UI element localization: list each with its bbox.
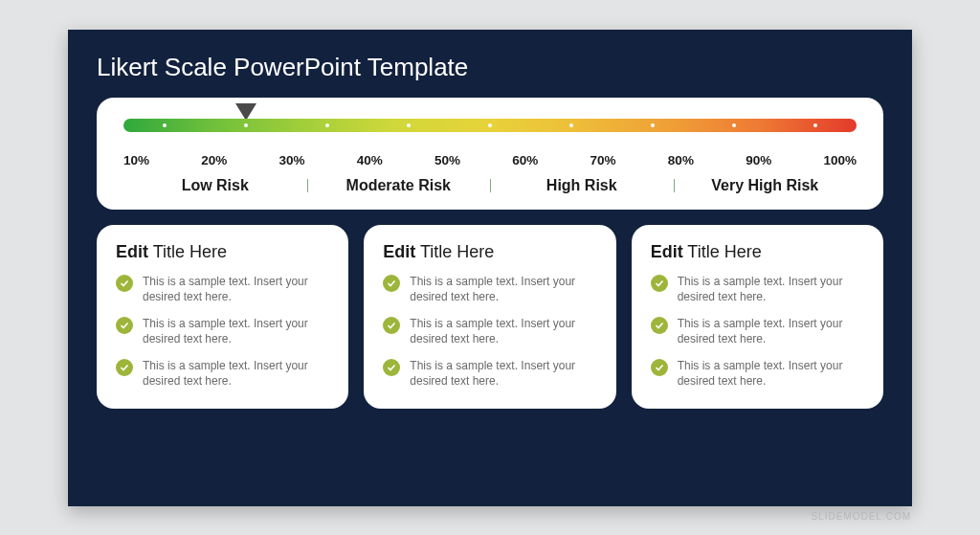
check-icon: [651, 275, 668, 292]
risk-label: High Risk: [490, 177, 674, 194]
scale-bar-container: [123, 119, 857, 147]
tick-label: 10%: [123, 153, 149, 167]
list-item: This is a sample text. Insert your desir…: [383, 316, 596, 346]
slide-title: Likert Scale PowerPoint Template: [97, 53, 883, 82]
bullet-text: This is a sample text. Insert your desir…: [143, 358, 329, 389]
check-icon: [116, 359, 133, 376]
bullet-text: This is a sample text. Insert your desir…: [143, 316, 329, 346]
tick-label: 50%: [434, 153, 460, 167]
list-item: This is a sample text. Insert your desir…: [116, 274, 329, 304]
check-icon: [116, 275, 133, 292]
svg-marker-0: [235, 103, 256, 121]
risk-label: Very High Risk: [674, 177, 858, 194]
check-icon: [116, 317, 133, 334]
card-title-bold: Edit: [651, 242, 683, 261]
scale-tick-labels: 10% 20% 30% 40% 50% 60% 70% 80% 90% 100%: [123, 153, 857, 167]
bullet-text: This is a sample text. Insert your desir…: [410, 316, 596, 346]
risk-labels-row: Low Risk Moderate Risk High Risk Very Hi…: [123, 177, 857, 194]
card-title-bold: Edit: [116, 242, 148, 261]
attribution-text: SLIDEMODEL.COM: [811, 511, 911, 522]
tick-label: 80%: [668, 153, 694, 167]
card-title: Edit Title Here: [651, 242, 864, 262]
tick-label: 70%: [590, 153, 616, 167]
check-icon: [383, 317, 400, 334]
card-title-rest: Title Here: [415, 242, 494, 261]
bullet-text: This is a sample text. Insert your desir…: [678, 358, 864, 389]
list-item: This is a sample text. Insert your desir…: [116, 358, 329, 389]
tick-label: 60%: [512, 153, 538, 167]
cards-row: Edit Title Here This is a sample text. I…: [97, 225, 883, 409]
list-item: This is a sample text. Insert your desir…: [651, 274, 864, 304]
content-card: Edit Title Here This is a sample text. I…: [632, 225, 883, 409]
list-item: This is a sample text. Insert your desir…: [383, 358, 596, 389]
tick-label: 30%: [279, 153, 305, 167]
check-icon: [651, 359, 668, 376]
bullet-text: This is a sample text. Insert your desir…: [410, 274, 596, 304]
card-title-bold: Edit: [383, 242, 415, 261]
card-title-rest: Title Here: [148, 242, 227, 261]
list-item: This is a sample text. Insert your desir…: [651, 316, 864, 346]
tick-label: 40%: [357, 153, 383, 167]
content-card: Edit Title Here This is a sample text. I…: [364, 225, 615, 409]
tick-label: 90%: [746, 153, 771, 167]
scale-gradient-bar: [123, 119, 857, 132]
card-title-rest: Title Here: [683, 242, 762, 261]
tick-label: 100%: [823, 153, 857, 167]
list-item: This is a sample text. Insert your desir…: [116, 316, 329, 346]
slide: Likert Scale PowerPoint Template 10% 20%…: [68, 30, 912, 506]
bullet-text: This is a sample text. Insert your desir…: [678, 274, 864, 304]
bullet-text: This is a sample text. Insert your desir…: [410, 358, 596, 389]
risk-label: Low Risk: [123, 177, 307, 194]
scale-card: 10% 20% 30% 40% 50% 60% 70% 80% 90% 100%…: [97, 98, 883, 210]
check-icon: [383, 275, 400, 292]
check-icon: [651, 317, 668, 334]
card-title: Edit Title Here: [116, 242, 329, 262]
risk-label: Moderate Risk: [307, 177, 491, 194]
list-item: This is a sample text. Insert your desir…: [383, 274, 596, 304]
tick-label: 20%: [201, 153, 227, 167]
bullet-text: This is a sample text. Insert your desir…: [678, 316, 864, 346]
check-icon: [383, 359, 400, 376]
card-title: Edit Title Here: [383, 242, 596, 262]
list-item: This is a sample text. Insert your desir…: [651, 358, 864, 389]
content-card: Edit Title Here This is a sample text. I…: [97, 225, 348, 409]
bullet-text: This is a sample text. Insert your desir…: [143, 274, 329, 304]
